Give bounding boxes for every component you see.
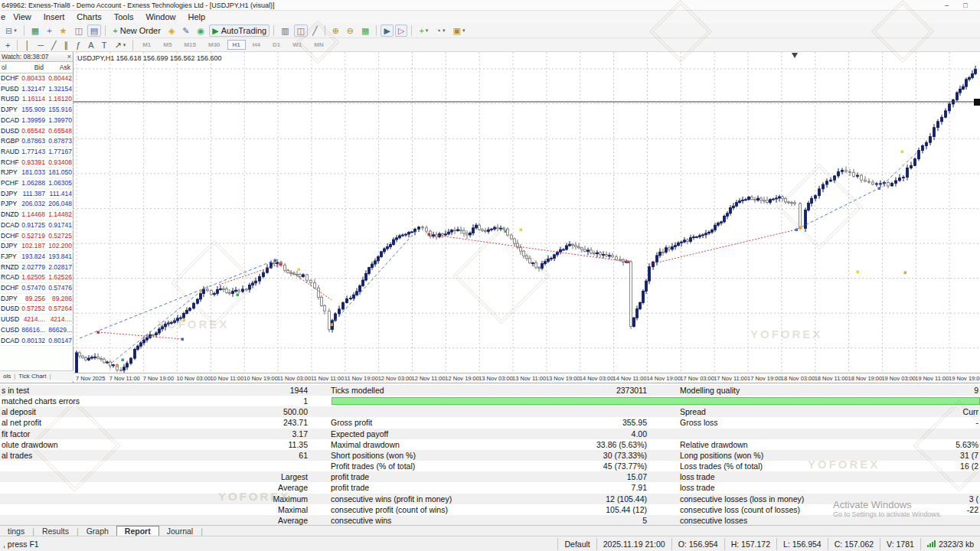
symbol-cell: RJPY	[1, 168, 18, 178]
timeframe-m5[interactable]: M5	[158, 40, 177, 50]
market-watch-row[interactable]: DCAD0.917250.91741	[0, 220, 74, 231]
menu-item-file-clipped[interactable]: e	[0, 11, 7, 23]
market-watch-button[interactable]: ◫	[71, 24, 85, 37]
market-watch-row[interactable]: DCHF0.574700.57476	[0, 283, 74, 294]
market-watch-row[interactable]: DJPY111.387111.414	[0, 189, 74, 200]
history-center-button[interactable]: ◈	[165, 24, 178, 37]
menu-item-charts[interactable]: Charts	[70, 11, 107, 23]
market-watch-row[interactable]: FJPY193.824193.841	[0, 252, 74, 262]
close-icon[interactable]: ×	[67, 52, 71, 62]
vertical-line-button[interactable]: │	[21, 39, 33, 51]
market-watch-header: ol Bid Ask	[0, 62, 73, 73]
market-watch-tab-tick-chart[interactable]: Tick Chart	[15, 371, 49, 382]
new-chart-button[interactable]: ▦	[28, 24, 42, 37]
signals-button[interactable]: ◉	[194, 24, 208, 37]
minimize-icon[interactable]: –	[938, 0, 955, 11]
market-watch-title: Watch: 08:38:07	[2, 53, 49, 60]
cursor-crosshair-button[interactable]: +	[2, 39, 13, 51]
tile-windows-button[interactable]: ▦	[358, 24, 372, 37]
market-watch-row[interactable]: RCHF0.933910.93408	[0, 158, 74, 168]
metaeditor-button[interactable]: ✎	[179, 24, 192, 37]
report-label-left: fit factor	[2, 429, 30, 439]
menu-item-help[interactable]: Help	[182, 11, 212, 23]
equidistant-channel-icon: ∥	[64, 40, 69, 51]
timeframe-h1[interactable]: H1	[227, 40, 246, 50]
new-order-button[interactable]: +New Order	[109, 24, 164, 37]
timeframe-m1[interactable]: M1	[137, 40, 156, 50]
market-watch-row[interactable]: DUSD0.655420.65548	[0, 126, 74, 137]
timeframe-w1[interactable]: W1	[287, 40, 307, 50]
bar-chart-type-button[interactable]: ▥	[278, 24, 292, 37]
zoom-in-button[interactable]: ⊕	[329, 24, 342, 37]
menu-item-tools[interactable]: Tools	[108, 11, 140, 23]
zoom-out-button[interactable]: ⊖	[344, 24, 357, 37]
text-label-button[interactable]: T	[99, 39, 110, 51]
menu-item-insert[interactable]: Insert	[38, 11, 71, 23]
market-watch-row[interactable]: DJPY155.909155.916	[0, 105, 74, 116]
chart-panel[interactable]: USDJPY,H1 156.618 156.699 156.562 156.60…	[74, 52, 980, 383]
market-watch-row[interactable]: RNZD2.027792.02817	[0, 262, 74, 273]
profile-cell[interactable]: Default	[557, 538, 596, 550]
report-value-middle: 5	[642, 515, 647, 526]
templates-button[interactable]: ▣▾	[450, 24, 469, 37]
market-watch-row[interactable]: RCAD1.625051.62526	[0, 272, 74, 283]
menu-item-window[interactable]: Window	[139, 11, 181, 23]
market-watch-row[interactable]: RUSD1.161141.16120	[0, 94, 74, 105]
market-watch-row[interactable]: DCHF0.527190.52725	[0, 231, 74, 242]
periods-button[interactable]: ◔▾	[433, 24, 448, 37]
profiles-button[interactable]: +	[44, 24, 54, 37]
ask-cell: 0.57476	[48, 283, 72, 294]
horizontal-line-button[interactable]: ─	[34, 39, 47, 51]
report-row: s in test1944Ticks modelled2373011Modell…	[0, 385, 980, 396]
cursor-crosshair-icon: +	[5, 40, 10, 51]
arrows-button[interactable]: ↗▾	[111, 39, 129, 51]
market-watch-row[interactable]: RGBP0.878630.87873	[0, 136, 74, 147]
market-watch-row[interactable]: CUSD86616...86629...	[0, 325, 74, 336]
data-window-button[interactable]: ▤	[87, 24, 101, 37]
symbol-cell: DCHF	[1, 283, 19, 294]
time-axis-label: 17 Nov 11:00	[714, 375, 747, 382]
trendline-button[interactable]: ╱	[48, 39, 60, 51]
timeframe-h4[interactable]: H4	[247, 40, 266, 50]
indicators-button[interactable]: +▾	[416, 24, 431, 37]
favorites-button[interactable]: ★	[57, 24, 70, 37]
candlestick-chart[interactable]	[74, 52, 980, 373]
market-watch-row[interactable]: DCAD0.801320.80147	[0, 336, 74, 347]
market-watch-row[interactable]: DJPY102.187102.200	[0, 241, 74, 252]
ask-cell: 1.62526	[48, 272, 72, 283]
text-label-icon: T	[102, 40, 107, 51]
market-watch-row[interactable]: DJPY89.25689.286	[0, 294, 74, 305]
symbol-cell: DJPY	[1, 105, 18, 116]
market-watch-row[interactable]: DCAD1.399591.39970	[0, 116, 74, 126]
timeframe-m30[interactable]: M30	[203, 40, 226, 50]
timeframe-m15[interactable]: M15	[178, 40, 201, 50]
equidistant-channel-button[interactable]: ∥	[61, 39, 72, 51]
maximize-icon[interactable]: □	[957, 0, 974, 11]
market-watch-tab-ols[interactable]: ols	[0, 371, 14, 382]
market-watch-row[interactable]: DCHF0.804330.80442	[0, 73, 74, 84]
time-axis-label: 19 Nov 11:00	[915, 375, 949, 382]
market-watch-row[interactable]: PJPY206.032206.048	[0, 199, 74, 210]
text-button[interactable]: A	[85, 39, 96, 51]
market-watch-row[interactable]: DUSD0.572520.57264	[0, 304, 74, 315]
market-watch-row[interactable]: RJPY181.033181.050	[0, 168, 74, 178]
bid-cell: 0.93391	[21, 158, 45, 168]
layouts-button[interactable]: ⊟▾	[2, 24, 20, 37]
timeframe-d1[interactable]: D1	[267, 40, 286, 50]
autotrading-button[interactable]: ▶AutoTrading	[209, 24, 270, 37]
title-bar: 649962: Exness-Trial8 - Demo Account - E…	[0, 0, 980, 11]
timeframe-mn[interactable]: MN	[309, 40, 328, 50]
report-panel: s in test1944Ticks modelled2373011Modell…	[0, 383, 980, 525]
fibonacci-button[interactable]: ƒ	[73, 39, 83, 51]
candlestick-type-button[interactable]: ◫	[294, 24, 308, 37]
chart-shift-button[interactable]: ▷	[395, 24, 407, 37]
market-watch-row[interactable]: PUSD1.321471.32154	[0, 84, 74, 95]
auto-scroll-button[interactable]: ▶	[381, 24, 393, 37]
market-watch-row[interactable]: UUSD4214....4214....	[0, 315, 74, 325]
market-watch-row[interactable]: DNZD1.144681.14482	[0, 210, 74, 220]
symbol-cell: DCAD	[1, 116, 19, 126]
menu-item-view[interactable]: View	[7, 11, 38, 23]
line-chart-type-button[interactable]: ╱	[309, 24, 321, 37]
market-watch-row[interactable]: PCHF1.062881.06305	[0, 178, 74, 189]
market-watch-row[interactable]: RAUD1.771431.77167	[0, 147, 74, 158]
